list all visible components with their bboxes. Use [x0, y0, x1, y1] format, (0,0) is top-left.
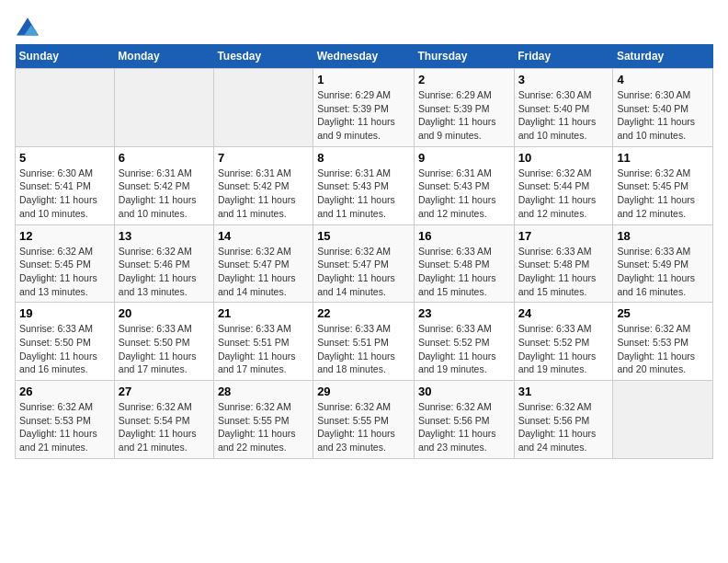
day-number: 27	[119, 385, 210, 398]
calendar-week-2: 5Sunrise: 6:30 AMSunset: 5:41 PMDaylight…	[16, 146, 713, 224]
logo-icon	[17, 15, 39, 37]
day-info: Sunrise: 6:33 AMSunset: 5:48 PMDaylight:…	[518, 245, 609, 299]
day-number: 6	[119, 151, 210, 165]
day-number: 7	[218, 151, 309, 165]
day-number: 22	[317, 306, 410, 320]
col-header-friday: Friday	[514, 44, 613, 69]
day-number: 1	[317, 73, 410, 86]
day-number: 12	[19, 229, 110, 243]
col-header-monday: Monday	[114, 44, 213, 69]
day-number: 29	[317, 385, 410, 398]
calendar-cell	[613, 381, 713, 459]
day-info: Sunrise: 6:31 AMSunset: 5:42 PMDaylight:…	[119, 167, 210, 221]
calendar-cell: 12Sunrise: 6:32 AMSunset: 5:45 PMDayligh…	[16, 224, 115, 303]
calendar-cell	[16, 69, 115, 147]
day-number: 30	[418, 385, 510, 398]
day-number: 24	[518, 306, 609, 320]
day-number: 21	[218, 306, 309, 320]
day-info: Sunrise: 6:29 AMSunset: 5:39 PMDaylight:…	[418, 88, 510, 143]
calendar-cell: 21Sunrise: 6:33 AMSunset: 5:51 PMDayligh…	[213, 303, 313, 381]
calendar-week-4: 19Sunrise: 6:33 AMSunset: 5:50 PMDayligh…	[16, 303, 713, 381]
day-number: 4	[617, 73, 709, 86]
day-info: Sunrise: 6:32 AMSunset: 5:55 PMDaylight:…	[218, 400, 309, 454]
day-number: 16	[418, 229, 510, 243]
day-info: Sunrise: 6:33 AMSunset: 5:50 PMDaylight:…	[119, 322, 210, 376]
day-info: Sunrise: 6:32 AMSunset: 5:53 PMDaylight:…	[19, 400, 110, 454]
col-header-sunday: Sunday	[16, 44, 115, 69]
day-number: 14	[218, 229, 309, 243]
calendar-cell: 27Sunrise: 6:32 AMSunset: 5:54 PMDayligh…	[114, 381, 213, 459]
day-info: Sunrise: 6:32 AMSunset: 5:46 PMDaylight:…	[119, 245, 210, 299]
day-info: Sunrise: 6:31 AMSunset: 5:42 PMDaylight:…	[218, 167, 309, 221]
page-header	[15, 15, 713, 37]
day-number: 13	[119, 229, 210, 243]
day-info: Sunrise: 6:31 AMSunset: 5:43 PMDaylight:…	[418, 167, 510, 221]
calendar-cell: 29Sunrise: 6:32 AMSunset: 5:55 PMDayligh…	[313, 381, 415, 459]
day-number: 20	[119, 306, 210, 320]
calendar-week-5: 26Sunrise: 6:32 AMSunset: 5:53 PMDayligh…	[16, 381, 713, 459]
day-number: 9	[418, 151, 510, 165]
day-number: 8	[317, 151, 410, 165]
day-info: Sunrise: 6:33 AMSunset: 5:51 PMDaylight:…	[218, 322, 309, 376]
day-info: Sunrise: 6:32 AMSunset: 5:53 PMDaylight:…	[617, 322, 709, 376]
calendar-cell: 18Sunrise: 6:33 AMSunset: 5:49 PMDayligh…	[613, 224, 713, 303]
day-number: 28	[218, 385, 309, 398]
calendar-cell: 26Sunrise: 6:32 AMSunset: 5:53 PMDayligh…	[16, 381, 115, 459]
calendar-cell: 30Sunrise: 6:32 AMSunset: 5:56 PMDayligh…	[414, 381, 514, 459]
day-info: Sunrise: 6:32 AMSunset: 5:45 PMDaylight:…	[19, 245, 110, 299]
calendar-header: SundayMondayTuesdayWednesdayThursdayFrid…	[16, 44, 713, 69]
day-info: Sunrise: 6:30 AMSunset: 5:41 PMDaylight:…	[19, 167, 110, 221]
day-number: 10	[518, 151, 609, 165]
day-number: 25	[617, 306, 709, 320]
col-header-wednesday: Wednesday	[313, 44, 415, 69]
calendar-cell: 2Sunrise: 6:29 AMSunset: 5:39 PMDaylight…	[414, 69, 514, 147]
day-info: Sunrise: 6:33 AMSunset: 5:52 PMDaylight:…	[518, 322, 609, 376]
day-info: Sunrise: 6:30 AMSunset: 5:40 PMDaylight:…	[518, 88, 609, 143]
calendar-cell: 23Sunrise: 6:33 AMSunset: 5:52 PMDayligh…	[414, 303, 514, 381]
day-number: 11	[617, 151, 709, 165]
day-info: Sunrise: 6:32 AMSunset: 5:44 PMDaylight:…	[518, 167, 609, 221]
calendar-cell: 10Sunrise: 6:32 AMSunset: 5:44 PMDayligh…	[514, 146, 613, 224]
calendar-cell: 28Sunrise: 6:32 AMSunset: 5:55 PMDayligh…	[213, 381, 313, 459]
calendar-cell: 3Sunrise: 6:30 AMSunset: 5:40 PMDaylight…	[514, 69, 613, 147]
calendar-cell: 22Sunrise: 6:33 AMSunset: 5:51 PMDayligh…	[313, 303, 415, 381]
day-info: Sunrise: 6:29 AMSunset: 5:39 PMDaylight:…	[317, 88, 410, 143]
calendar-cell: 15Sunrise: 6:32 AMSunset: 5:47 PMDayligh…	[313, 224, 415, 303]
calendar-cell: 7Sunrise: 6:31 AMSunset: 5:42 PMDaylight…	[213, 146, 313, 224]
day-info: Sunrise: 6:33 AMSunset: 5:52 PMDaylight:…	[418, 322, 510, 376]
calendar-cell: 9Sunrise: 6:31 AMSunset: 5:43 PMDaylight…	[414, 146, 514, 224]
day-number: 17	[518, 229, 609, 243]
day-number: 5	[19, 151, 110, 165]
col-header-tuesday: Tuesday	[213, 44, 313, 69]
col-header-thursday: Thursday	[414, 44, 514, 69]
day-info: Sunrise: 6:32 AMSunset: 5:47 PMDaylight:…	[218, 245, 309, 299]
day-info: Sunrise: 6:33 AMSunset: 5:49 PMDaylight:…	[617, 245, 709, 299]
day-number: 15	[317, 229, 410, 243]
calendar-table: SundayMondayTuesdayWednesdayThursdayFrid…	[15, 44, 713, 459]
calendar-cell: 4Sunrise: 6:30 AMSunset: 5:40 PMDaylight…	[613, 69, 713, 147]
day-info: Sunrise: 6:32 AMSunset: 5:56 PMDaylight:…	[518, 400, 609, 454]
calendar-cell: 19Sunrise: 6:33 AMSunset: 5:50 PMDayligh…	[16, 303, 115, 381]
calendar-cell: 24Sunrise: 6:33 AMSunset: 5:52 PMDayligh…	[514, 303, 613, 381]
calendar-cell: 17Sunrise: 6:33 AMSunset: 5:48 PMDayligh…	[514, 224, 613, 303]
day-info: Sunrise: 6:32 AMSunset: 5:56 PMDaylight:…	[418, 400, 510, 454]
calendar-cell: 5Sunrise: 6:30 AMSunset: 5:41 PMDaylight…	[16, 146, 115, 224]
calendar-cell: 1Sunrise: 6:29 AMSunset: 5:39 PMDaylight…	[313, 69, 415, 147]
calendar-cell: 8Sunrise: 6:31 AMSunset: 5:43 PMDaylight…	[313, 146, 415, 224]
calendar-cell: 13Sunrise: 6:32 AMSunset: 5:46 PMDayligh…	[114, 224, 213, 303]
day-info: Sunrise: 6:32 AMSunset: 5:54 PMDaylight:…	[119, 400, 210, 454]
calendar-week-3: 12Sunrise: 6:32 AMSunset: 5:45 PMDayligh…	[16, 224, 713, 303]
day-number: 26	[19, 385, 110, 398]
day-info: Sunrise: 6:32 AMSunset: 5:55 PMDaylight:…	[317, 400, 410, 454]
calendar-cell: 6Sunrise: 6:31 AMSunset: 5:42 PMDaylight…	[114, 146, 213, 224]
day-number: 19	[19, 306, 110, 320]
calendar-cell: 25Sunrise: 6:32 AMSunset: 5:53 PMDayligh…	[613, 303, 713, 381]
calendar-week-1: 1Sunrise: 6:29 AMSunset: 5:39 PMDaylight…	[16, 69, 713, 147]
day-number: 23	[418, 306, 510, 320]
calendar-body: 1Sunrise: 6:29 AMSunset: 5:39 PMDaylight…	[16, 69, 713, 459]
calendar-cell: 11Sunrise: 6:32 AMSunset: 5:45 PMDayligh…	[613, 146, 713, 224]
calendar-cell	[114, 69, 213, 147]
logo	[15, 15, 39, 37]
day-info: Sunrise: 6:33 AMSunset: 5:50 PMDaylight:…	[19, 322, 110, 376]
day-number: 18	[617, 229, 709, 243]
